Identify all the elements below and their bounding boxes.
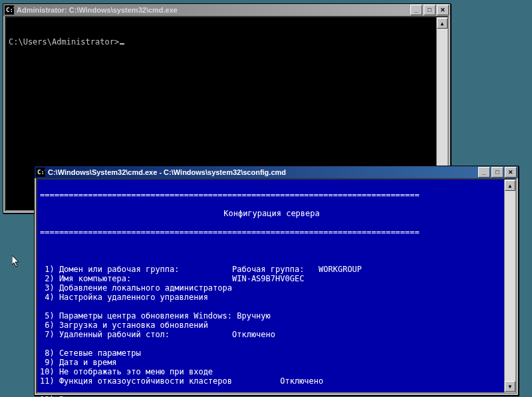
- maximize-button[interactable]: □: [491, 167, 503, 178]
- titlebar-sconfig[interactable]: C:\ C:\Windows\System32\cmd.exe - C:\Win…: [35, 166, 518, 178]
- svg-marker-4: [12, 255, 19, 267]
- sconfig-menu-item[interactable]: 7) Удаленный рабочий стол: Отключено: [40, 330, 503, 339]
- sconfig-menu-item[interactable]: 9) Дата и время: [40, 358, 503, 367]
- sconfig-output: ========================================…: [37, 180, 515, 397]
- sconfig-menu-item: [40, 302, 503, 311]
- sconfig-menu-item[interactable]: 11) Функция отказоустойчивости кластеров…: [40, 376, 503, 386]
- sconfig-menu-item[interactable]: 10) Не отображать это меню при входе: [40, 367, 503, 376]
- sconfig-menu-item[interactable]: 5) Параметры центра обновления Windows: …: [40, 311, 503, 321]
- titlebar-admin[interactable]: C:\ Administrator: C:\Windows\system32\c…: [3, 4, 450, 16]
- sconfig-header: Конфигурация сервера: [223, 209, 320, 218]
- sconfig-menu-item[interactable]: 4) Настройка удаленного управления: [40, 293, 503, 302]
- scroll-up-button[interactable]: ▲: [505, 180, 515, 191]
- header-rule: ========================================…: [40, 227, 503, 237]
- maximize-button[interactable]: □: [424, 5, 436, 15]
- caret-icon: [120, 43, 124, 45]
- cmd-prompt-admin[interactable]: C:\Users\Administrator>: [9, 37, 119, 47]
- cmd-icon: C:\: [36, 168, 45, 177]
- sconfig-menu-item: [40, 339, 503, 348]
- titlebar-sconfig-text: C:\Windows\System32\cmd.exe - C:\Windows…: [48, 168, 477, 176]
- close-button[interactable]: ✕: [505, 167, 517, 178]
- scrollbar-sconfig[interactable]: ▲ ▼: [504, 180, 515, 392]
- titlebar-admin-text: Administrator: C:\Windows\system32\cmd.e…: [17, 6, 409, 14]
- sconfig-menu-item: [40, 386, 503, 395]
- minimize-button[interactable]: _: [478, 167, 490, 178]
- sconfig-menu-item[interactable]: 8) Сетевые параметры: [40, 348, 503, 358]
- close-button[interactable]: ✕: [437, 5, 449, 15]
- sconfig-menu-item[interactable]: 3) Добавление локального администратора: [40, 283, 503, 293]
- header-rule: ========================================…: [40, 190, 503, 199]
- scroll-up-button[interactable]: ▲: [437, 18, 448, 29]
- sconfig-menu-item[interactable]: 2) Имя компьютера: WIN-AS9B7HV0GEC: [40, 274, 503, 283]
- cmd-client-sconfig[interactable]: ========================================…: [36, 178, 517, 394]
- sconfig-menu-item[interactable]: 1) Домен или рабочая группа: Рабочая гру…: [40, 265, 503, 274]
- minimize-button[interactable]: _: [410, 5, 422, 15]
- svg-text:C:\: C:\: [6, 7, 14, 13]
- cmd-icon: C:\: [5, 5, 14, 15]
- cmd-output-admin: C:\Users\Administrator>: [6, 17, 448, 66]
- sconfig-menu-item[interactable]: 6) Загрузка и установка обновлений: [40, 321, 503, 330]
- scroll-down-button[interactable]: ▼: [505, 381, 515, 392]
- svg-text:C:\: C:\: [37, 169, 45, 176]
- cmd-window-sconfig[interactable]: C:\ C:\Windows\System32\cmd.exe - C:\Win…: [34, 166, 519, 396]
